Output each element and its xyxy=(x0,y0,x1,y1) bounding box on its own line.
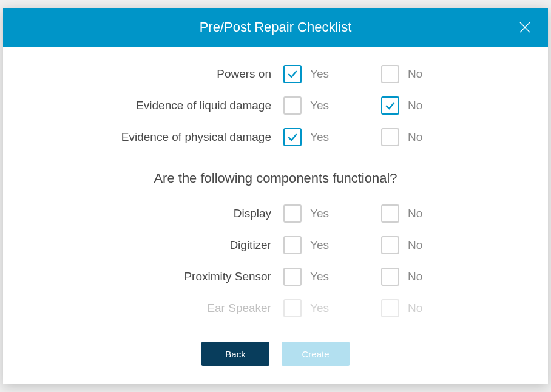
row-label: Evidence of liquid damage xyxy=(27,99,283,112)
component-row-digitizer: DigitizerYesNo xyxy=(27,236,524,254)
condition-row-powers-on: Powers onYesNo xyxy=(27,65,524,83)
row-label: Evidence of physical damage xyxy=(27,130,283,144)
component-row-proximity-sensor: Proximity SensorYesNo xyxy=(27,268,524,286)
modal-header: Pre/Post Repair Checklist xyxy=(3,8,548,47)
row-label: Proximity Sensor xyxy=(27,270,283,283)
option-label-yes: Yes xyxy=(310,270,329,283)
checkbox-yes[interactable] xyxy=(283,204,302,223)
close-button[interactable] xyxy=(515,18,535,37)
condition-row-evidence-of-physical-damage: Evidence of physical damageYesNo xyxy=(27,128,524,146)
checkbox-yes xyxy=(283,299,302,317)
section-heading: Are the following components functional? xyxy=(27,171,524,186)
option-yes: Yes xyxy=(283,299,329,317)
option-no: No xyxy=(381,128,422,146)
option-no: No xyxy=(381,299,422,317)
option-no: No xyxy=(381,204,422,223)
checkbox-no[interactable] xyxy=(381,128,399,146)
option-label-yes: Yes xyxy=(310,207,329,220)
option-no: No xyxy=(381,236,422,254)
option-no: No xyxy=(381,65,422,83)
checkbox-yes[interactable] xyxy=(283,236,302,254)
close-icon xyxy=(518,20,532,35)
option-yes: Yes xyxy=(283,204,329,223)
option-no: No xyxy=(381,268,422,286)
checkbox-yes[interactable] xyxy=(283,65,302,83)
checkbox-no[interactable] xyxy=(381,236,399,254)
option-yes: Yes xyxy=(283,128,329,146)
checkbox-no[interactable] xyxy=(381,268,399,286)
option-label-no: No xyxy=(408,270,422,283)
component-row-display: DisplayYesNo xyxy=(27,204,524,223)
create-button[interactable]: Create xyxy=(282,342,350,366)
row-label: Digitizer xyxy=(27,238,283,252)
checkbox-no[interactable] xyxy=(381,65,399,83)
option-label-yes: Yes xyxy=(310,302,329,315)
back-button[interactable]: Back xyxy=(201,342,269,366)
checkbox-yes[interactable] xyxy=(283,268,302,286)
option-label-yes: Yes xyxy=(310,67,329,81)
modal-body: Powers onYesNoEvidence of liquid damageY… xyxy=(3,47,548,384)
component-row-ear-speaker: Ear SpeakerYesNo xyxy=(27,299,524,317)
option-label-no: No xyxy=(408,99,422,112)
row-label: Ear Speaker xyxy=(27,302,283,315)
button-row: Back Create xyxy=(27,342,524,366)
modal-title: Pre/Post Repair Checklist xyxy=(200,19,352,35)
option-label-no: No xyxy=(408,67,422,81)
option-label-yes: Yes xyxy=(310,238,329,252)
option-yes: Yes xyxy=(283,268,329,286)
option-label-no: No xyxy=(408,302,422,315)
option-yes: Yes xyxy=(283,236,329,254)
option-label-yes: Yes xyxy=(310,99,329,112)
option-no: No xyxy=(381,96,422,115)
checkbox-no[interactable] xyxy=(381,204,399,223)
option-label-no: No xyxy=(408,238,422,252)
checkbox-no[interactable] xyxy=(381,96,399,115)
row-label: Display xyxy=(27,207,283,220)
condition-row-evidence-of-liquid-damage: Evidence of liquid damageYesNo xyxy=(27,96,524,115)
checkbox-no xyxy=(381,299,399,317)
checkbox-yes[interactable] xyxy=(283,96,302,115)
row-label: Powers on xyxy=(27,67,283,81)
checkbox-yes[interactable] xyxy=(283,128,302,146)
repair-checklist-modal: Pre/Post Repair Checklist Powers onYesNo… xyxy=(3,8,548,384)
option-label-no: No xyxy=(408,207,422,220)
option-label-yes: Yes xyxy=(310,130,329,144)
option-label-no: No xyxy=(408,130,422,144)
option-yes: Yes xyxy=(283,96,329,115)
option-yes: Yes xyxy=(283,65,329,83)
